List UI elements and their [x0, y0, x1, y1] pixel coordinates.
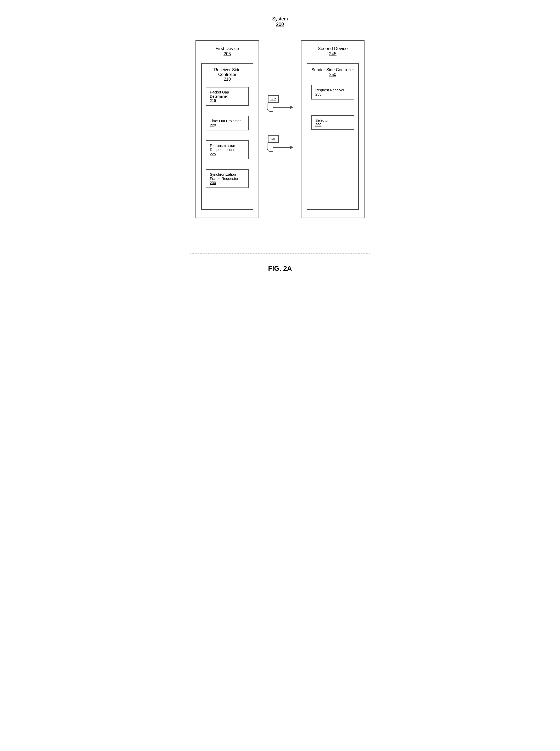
- first-controller-title: Receiver-Side Controller 210: [206, 68, 249, 82]
- request-receiver-number: 255: [315, 92, 350, 96]
- first-device-components: Packet Gap Determiner 215 Time-Out Proje…: [206, 87, 249, 193]
- component-sync: Synchronization Frame Requester 230: [206, 169, 249, 188]
- arrow-240-row: [267, 143, 293, 152]
- second-controller-box: Sender-Side Controller 250 Request Recei…: [307, 63, 359, 210]
- arrow-235-label: 235: [268, 95, 279, 103]
- second-device-title: Second Device 245: [307, 46, 359, 57]
- arrow-240-label: 240: [268, 135, 279, 143]
- first-device-box: First Device 205 Receiver-Side Controlle…: [196, 40, 259, 218]
- first-device-label: First Device: [201, 46, 253, 51]
- devices-row: First Device 205 Receiver-Side Controlle…: [196, 40, 364, 218]
- arrow-235-curve: [267, 103, 273, 112]
- second-controller-label: Sender-Side Controller: [311, 68, 354, 72]
- system-title: System 200: [196, 16, 364, 27]
- first-controller-label: Receiver-Side Controller: [206, 68, 249, 77]
- selector-number: 260: [315, 122, 350, 127]
- second-device-number: 245: [307, 51, 359, 57]
- selector-label: Selector: [315, 118, 350, 122]
- system-label: System: [196, 16, 364, 22]
- retransmission-label: Retransmission Request Issuer: [210, 143, 245, 152]
- arrow-240: 240: [267, 135, 293, 152]
- first-device-title: First Device 205: [201, 46, 253, 57]
- arrow-235: 235: [267, 95, 293, 112]
- request-receiver-label: Request Receiver: [315, 88, 350, 92]
- component-retransmission: Retransmission Request Issuer 225: [206, 140, 249, 159]
- arrow-240-head: [290, 146, 293, 149]
- sync-label: Synchronization Frame Requester: [210, 172, 245, 181]
- retransmission-number: 225: [210, 152, 245, 156]
- sync-number: 230: [210, 181, 245, 185]
- arrow-240-line: [273, 147, 290, 148]
- arrow-235-row: [267, 103, 293, 112]
- outer-border: System 200 First Device 205 Receiver-Sid…: [190, 8, 370, 254]
- component-request-receiver: Request Receiver 255: [311, 85, 354, 99]
- packet-gap-label: Packet Gap Determiner: [210, 90, 245, 98]
- arrow-235-head: [290, 105, 293, 109]
- first-device-number: 205: [201, 51, 253, 57]
- system-number: 200: [196, 22, 364, 27]
- packet-gap-number: 215: [210, 98, 245, 103]
- component-timeout: Time-Out Projector 220: [206, 116, 249, 130]
- timeout-number: 220: [210, 123, 245, 127]
- page: System 200 First Device 205 Receiver-Sid…: [182, 0, 378, 281]
- second-controller-number: 250: [311, 72, 354, 77]
- arrows-column: 235 240: [267, 40, 293, 152]
- first-controller-number: 210: [206, 77, 249, 82]
- arrow-240-curve: [267, 143, 273, 152]
- second-device-components: Request Receiver 255 Selector 260: [311, 82, 354, 135]
- second-device-box: Second Device 245 Sender-Side Controller…: [301, 40, 364, 218]
- second-controller-title: Sender-Side Controller 250: [311, 68, 354, 77]
- timeout-label: Time-Out Projector: [210, 119, 245, 123]
- component-packet-gap: Packet Gap Determiner 215: [206, 87, 249, 106]
- fig-caption: FIG. 2A: [190, 265, 370, 273]
- component-selector: Selector 260: [311, 115, 354, 130]
- first-controller-box: Receiver-Side Controller 210 Packet Gap …: [201, 63, 253, 210]
- second-device-label: Second Device: [307, 46, 359, 51]
- arrow-235-line: [273, 107, 290, 108]
